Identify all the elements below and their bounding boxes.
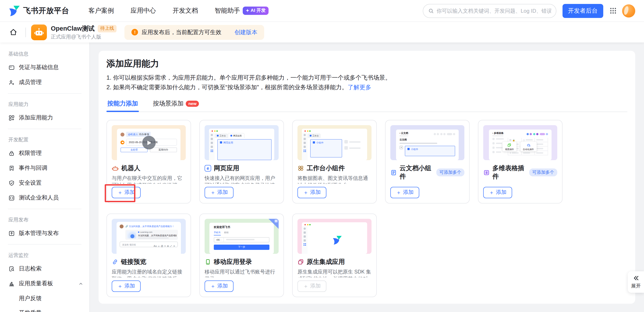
new-badge: new bbox=[186, 101, 199, 107]
warning-icon: ! bbox=[132, 29, 138, 35]
nav-item-assistant-label: 智能助手 bbox=[215, 6, 240, 15]
sidebar-subitem-user-feedback[interactable]: 用户反馈 bbox=[0, 291, 89, 306]
card-title-row: 移动应用登录 bbox=[204, 258, 279, 266]
sidebar-item-logs[interactable]: 日志检索 bbox=[0, 261, 89, 276]
feishu-open-platform-console: 飞书开放平台 客户案例 应用中心 开发文档 智能助手 AI 开发 开发者后台 bbox=[0, 0, 644, 312]
brand-name: 飞书开放平台 bbox=[23, 6, 69, 16]
nav-item-app-center[interactable]: 应用中心 bbox=[130, 6, 156, 15]
sidebar-subitem-dev-quality[interactable]: 开发质量 bbox=[0, 306, 89, 312]
capability-card-bot: @机器人待办事项 2022-05-20 待办事项详情 去处理 延期待办 bbox=[106, 120, 191, 204]
sidebar-item-members[interactable]: 成员管理 bbox=[0, 75, 89, 90]
workplace-widget-preview: 工作台 小组件 bbox=[298, 125, 372, 160]
sidebar-item-add-capability[interactable]: 添加应用能力 bbox=[0, 110, 89, 125]
sidebar-item-test-company[interactable]: 测试企业和人员 bbox=[0, 190, 89, 205]
card-title-row: e 网页应用 bbox=[204, 164, 279, 172]
app-meta: OpenClaw测试 待上线 正式应用@飞书个人版 bbox=[51, 24, 117, 40]
robot-avatar-icon bbox=[120, 140, 124, 144]
developer-console-button[interactable]: 开发者后台 bbox=[562, 4, 603, 18]
robot-icon bbox=[112, 165, 119, 172]
app-subtitle: 正式应用@飞书个人版 bbox=[51, 33, 117, 40]
capability-tabs: 按能力添加 按场景添加 new bbox=[106, 98, 627, 112]
workplace-icon bbox=[298, 165, 304, 172]
mock-sidebar bbox=[209, 133, 215, 160]
apps-grid-icon[interactable] bbox=[610, 7, 617, 14]
add-bot-button[interactable]: ＋ 添加 bbox=[112, 187, 141, 198]
capability-card-workplace-widget: 工作台 小组件 bbox=[292, 120, 377, 204]
tab-by-scenario[interactable]: 按场景添加 new bbox=[152, 98, 200, 112]
intro-line-2-text: 2. 如果尚不确定需要添加什么能力，可切换至“按场景添加”，根据所需的业务场景选… bbox=[106, 84, 348, 91]
sidebar-item-quality-dashboard[interactable]: 应用质量看板 bbox=[0, 276, 89, 291]
sidebar-item-label: 日志检索 bbox=[19, 265, 83, 273]
divider bbox=[26, 27, 26, 37]
create-version-link[interactable]: 创建版本 bbox=[234, 28, 258, 36]
capability-card-bitable-plugin: ‹ 多维表格 bbox=[478, 120, 562, 204]
phone-icon bbox=[204, 259, 211, 265]
traffic-lights bbox=[302, 129, 367, 133]
learn-more-link[interactable]: 了解更多 bbox=[348, 84, 371, 91]
card-description: 移动应用可以通过飞书账号进行登录。 bbox=[204, 268, 279, 278]
card-description: 在多维表格上制作视图、逻辑插件，让你的多维表格变得更强大。 bbox=[483, 183, 557, 184]
card-title-row: 机器人 bbox=[112, 164, 186, 172]
app-icon[interactable] bbox=[31, 24, 47, 40]
card-description: 原生集成应用可以把原生 SDK 集成到飞书本地，并调用其中的对应方法，为用户提.… bbox=[298, 268, 372, 278]
brand-logo[interactable]: 飞书开放平台 bbox=[9, 5, 69, 16]
capability-card-webapp: 工作台 网页应用 网页应用 bbox=[199, 120, 284, 204]
home-button[interactable] bbox=[6, 25, 20, 39]
tab-by-capability[interactable]: 按能力添加 bbox=[106, 98, 139, 112]
shield-check-icon bbox=[8, 180, 15, 186]
add-docs-widget-button[interactable]: ＋ 添加 bbox=[390, 187, 419, 198]
double-chevron-left-icon bbox=[632, 275, 639, 281]
placeholder-items bbox=[344, 139, 364, 160]
intro-line-1: 1. 你可以根据实际需求，为应用开启能力。单个应用可开启多种能力，一个能力可用于… bbox=[106, 73, 627, 83]
chevron-up-icon[interactable] bbox=[78, 281, 83, 286]
sidebar-item-permissions[interactable]: 权限管理 bbox=[0, 146, 89, 161]
traffic-lights bbox=[209, 129, 274, 133]
robot-app-icon bbox=[34, 27, 44, 37]
sidebar-item-version[interactable]: 版本管理与发布 bbox=[0, 226, 89, 241]
global-search[interactable] bbox=[422, 4, 556, 18]
play-icon bbox=[147, 140, 151, 145]
mock-avatars bbox=[526, 133, 548, 135]
add-bitable-plugin-button[interactable]: ＋ 添加 bbox=[483, 187, 512, 198]
nav-item-cases[interactable]: 客户案例 bbox=[88, 6, 114, 15]
add-webapp-button[interactable]: ＋ 添加 bbox=[204, 187, 234, 198]
plus-icon: ＋ bbox=[396, 190, 401, 195]
sidebar-item-credentials[interactable]: 凭证与基础信息 bbox=[0, 60, 89, 75]
bar-chart-icon bbox=[8, 280, 15, 287]
app-header-bar: OpenClaw测试 待上线 正式应用@飞书个人版 ! 应用发布后，当前配置方可… bbox=[0, 22, 644, 42]
add-workplace-widget-button[interactable]: ＋ 添加 bbox=[298, 187, 326, 198]
doc-search-icon bbox=[8, 265, 15, 272]
sidebar-item-security[interactable]: 安全设置 bbox=[0, 175, 89, 190]
multi-add-badge: 可添加多个 bbox=[529, 168, 557, 176]
expand-label: 展开 bbox=[631, 283, 641, 289]
card-title-row: 工作台小组件 bbox=[298, 164, 372, 172]
grid-add-icon bbox=[8, 114, 15, 121]
notice-text: 应用发布后，当前配置方可生效 bbox=[142, 28, 222, 36]
multi-add-badge: 可添加多个 bbox=[436, 168, 464, 176]
sidebar-section-devconfig: 开发配置 bbox=[0, 133, 89, 146]
capability-card-docs-widget: ‹ 云文档 云文档 + 小组件 bbox=[385, 120, 470, 204]
traffic-lights bbox=[302, 222, 367, 226]
play-button[interactable] bbox=[142, 136, 156, 149]
lock-icon bbox=[8, 150, 15, 156]
sidebar-item-events[interactable]: 事件与回调 bbox=[0, 161, 89, 175]
plus-icon: ＋ bbox=[210, 283, 216, 289]
nav-item-assistant[interactable]: 智能助手 AI 开发 bbox=[215, 6, 269, 15]
page-title: 添加应用能力 bbox=[106, 58, 627, 69]
sidebar-item-label: 版本管理与发布 bbox=[19, 229, 83, 237]
add-mobile-login-button[interactable]: ＋ 添加 bbox=[204, 281, 234, 292]
code-box-icon bbox=[8, 195, 15, 201]
docs-widget-preview: ‹ 云文档 云文档 + 小组件 bbox=[390, 125, 464, 160]
user-avatar[interactable] bbox=[622, 4, 635, 17]
mock-sidebar bbox=[302, 226, 308, 254]
expand-panel-toggle[interactable]: 展开 bbox=[628, 271, 644, 293]
add-link-preview-button[interactable]: ＋ 添加 bbox=[112, 281, 141, 292]
plus-icon: ＋ bbox=[303, 283, 308, 289]
divider bbox=[8, 209, 82, 209]
search-input[interactable] bbox=[436, 8, 551, 14]
card-title: 原生集成应用 bbox=[307, 258, 345, 266]
capability-cards-grid: @机器人待办事项 2022-05-20 待办事项详情 去处理 延期待办 bbox=[106, 120, 627, 297]
bookmark-add-icon bbox=[8, 165, 15, 171]
nav-item-docs[interactable]: 开发文档 bbox=[172, 6, 198, 15]
plus-icon: ＋ bbox=[118, 283, 123, 289]
